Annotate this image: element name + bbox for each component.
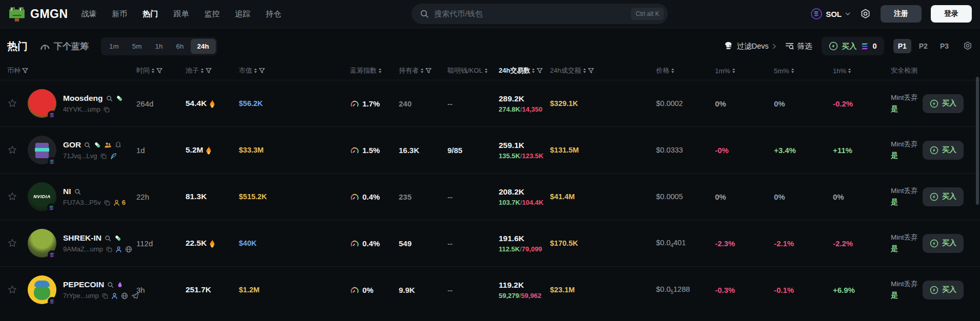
buy-button[interactable]: 买入 (923, 234, 964, 253)
chain-selector[interactable]: SOL (811, 8, 850, 19)
column-header-pool[interactable]: 池子 (186, 66, 239, 75)
column-header-age[interactable]: 时间 (136, 66, 186, 75)
globe-icon[interactable] (125, 246, 132, 253)
favorite-star-icon[interactable] (7, 285, 17, 295)
sort-icon[interactable] (532, 68, 535, 74)
sort-icon[interactable] (732, 68, 736, 74)
search-icon[interactable] (107, 282, 114, 288)
table-row[interactable]: GOR 71Jvq...Lvg 1d 5.2M $33.3M 1.5% 16.3… (0, 126, 980, 173)
copy-icon[interactable] (106, 246, 112, 252)
token-avatar[interactable] (28, 89, 56, 118)
table-settings-gear-icon[interactable] (963, 41, 973, 51)
timeframe-1h[interactable]: 1h (149, 39, 170, 54)
pill-icon[interactable] (114, 234, 121, 242)
token-avatar[interactable] (28, 229, 56, 258)
table-row[interactable]: NVIDIA NI FU7A3...P5v 6 22h 81.3K $515.2… (0, 173, 980, 220)
sort-icon[interactable] (420, 68, 424, 74)
timeframe-6h[interactable]: 6h (170, 39, 191, 54)
timeframe-24h[interactable]: 24h (191, 39, 216, 54)
funnel-icon[interactable] (588, 68, 594, 74)
search-icon[interactable] (84, 142, 91, 148)
sort-icon[interactable] (484, 68, 488, 74)
column-header-h1[interactable]: 1h% (833, 67, 891, 75)
nav-item-trending[interactable]: 热门 (143, 9, 158, 19)
buy-button[interactable]: 买入 (923, 187, 964, 206)
copy-icon[interactable] (104, 200, 110, 206)
search-icon[interactable] (105, 235, 111, 242)
table-row[interactable]: SHREK-IN 9AMaZ...ump 112d 22.5K $40K 0.4… (0, 220, 980, 266)
signup-button[interactable]: 注册 (881, 5, 922, 23)
column-header-price[interactable]: 价格 (656, 66, 715, 75)
sort-icon[interactable] (254, 68, 257, 74)
sort-icon[interactable] (671, 68, 675, 74)
person-blue-icon[interactable] (115, 246, 122, 253)
column-header-token[interactable]: 币种 (7, 66, 136, 75)
funnel-icon[interactable] (22, 68, 28, 74)
person-orange-icon[interactable] (113, 199, 120, 206)
funnel-icon[interactable] (537, 68, 543, 74)
pill-icon[interactable] (116, 95, 123, 102)
column-header-security[interactable]: 安全检测 (891, 66, 923, 75)
nav-item-monitor[interactable]: 监控 (205, 9, 220, 19)
copy-icon[interactable] (100, 153, 107, 159)
timeframe-1m[interactable]: 1m (103, 39, 126, 54)
favorite-star-icon[interactable] (7, 238, 17, 248)
pill-icon[interactable] (94, 141, 101, 148)
next-bluechip-toggle[interactable]: 下个蓝筹 (40, 40, 89, 52)
sort-icon[interactable] (583, 68, 586, 74)
favorite-star-icon[interactable] (7, 98, 17, 109)
settings-gear-icon[interactable] (860, 8, 871, 20)
column-header-m1[interactable]: 1m% (715, 67, 774, 75)
sort-icon[interactable] (378, 68, 382, 74)
nav-item-track[interactable]: 追踪 (235, 9, 251, 19)
sort-icon[interactable] (848, 68, 851, 74)
preset-p1[interactable]: P1 (893, 39, 911, 53)
table-row[interactable]: Moosdeng 4tYVK...ump 264d 54.4K $56.2K 1… (0, 80, 980, 126)
nav-item-new[interactable]: 新币 (112, 9, 128, 19)
funnel-icon[interactable] (259, 68, 265, 74)
funnel-icon[interactable] (425, 68, 432, 74)
token-avatar[interactable] (28, 136, 56, 164)
buy-button[interactable]: 买入 (923, 141, 964, 160)
nav-item-copytrade[interactable]: 跟单 (174, 9, 189, 19)
buy-button[interactable]: 买入 (923, 94, 964, 113)
scrollbar[interactable] (976, 77, 979, 205)
funnel-icon[interactable] (206, 68, 212, 74)
column-header-tx[interactable]: 24h交易数 (499, 66, 550, 75)
nav-item-holdings[interactable]: 持仓 (266, 9, 281, 19)
column-header-volume[interactable]: 24h成交额 (550, 66, 656, 75)
search-bar[interactable]: 搜索代币/钱包 Ctrl alt K (412, 4, 668, 24)
favorite-star-icon[interactable] (7, 145, 17, 155)
search-icon[interactable] (106, 95, 113, 102)
screening-button[interactable]: 筛选 (785, 41, 812, 51)
preset-p2[interactable]: P2 (914, 39, 932, 53)
favorite-star-icon[interactable] (7, 191, 17, 202)
filter-devs-button[interactable]: 过滤Devs (724, 41, 776, 51)
copy-icon[interactable] (102, 293, 108, 299)
table-row[interactable]: PEPECOIN 7rYpe...ump 3h 251.7K $1.2M 0% … (0, 266, 980, 313)
flame-icon[interactable] (117, 281, 123, 289)
token-avatar[interactable] (28, 275, 56, 304)
sort-icon[interactable] (791, 68, 794, 74)
search-icon[interactable] (74, 188, 81, 195)
column-header-holders[interactable]: 持有者 (399, 66, 447, 75)
timeframe-5m[interactable]: 5m (126, 39, 149, 54)
sort-icon[interactable] (200, 68, 204, 74)
nav-item-trench[interactable]: 战壕 (81, 9, 97, 19)
login-button[interactable]: 登录 (931, 5, 972, 23)
dexscreener-icon[interactable] (115, 141, 121, 148)
copy-icon[interactable] (104, 106, 110, 113)
sort-icon[interactable] (151, 68, 155, 74)
column-header-m5[interactable]: 5m% (774, 67, 833, 75)
community-icon[interactable] (104, 141, 112, 148)
column-header-mcap[interactable]: 市值 (239, 66, 350, 75)
feather-icon[interactable] (110, 153, 117, 160)
gmgn-logo[interactable]: GMGN (8, 5, 68, 23)
person-blue-icon[interactable] (111, 292, 118, 299)
quick-buy-settings[interactable]: 买入 0 (822, 37, 884, 55)
funnel-icon[interactable] (156, 68, 162, 74)
token-avatar[interactable]: NVIDIA (28, 182, 56, 211)
column-header-bluechip[interactable]: 蓝筹指数 (350, 66, 399, 75)
globe-icon[interactable] (121, 292, 128, 299)
buy-button[interactable]: 买入 (923, 281, 964, 299)
